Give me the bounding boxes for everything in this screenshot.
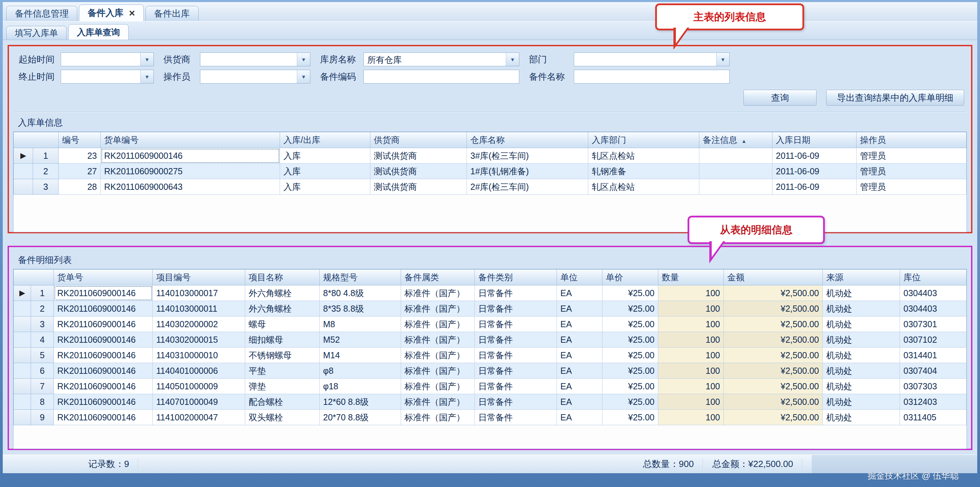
col-header-location[interactable]: 库位 (900, 270, 967, 286)
col-header-note[interactable]: 备注信息▲ (699, 132, 772, 148)
cell-date[interactable]: 2011-06-09 (772, 148, 857, 164)
table-row[interactable]: 9 RK20110609000146 1141002000047 双头螺栓 20… (14, 410, 967, 425)
cell-id[interactable]: 27 (59, 164, 101, 179)
cell-qty[interactable]: 100 (658, 363, 724, 378)
cell-source[interactable]: 机动处 (823, 316, 900, 332)
table-row[interactable]: 3 RK20110609000146 1140302000002 螺母 M8 标… (14, 316, 967, 332)
search-button[interactable]: 查询 (743, 90, 816, 105)
col-header-supplier[interactable]: 供货商 (370, 132, 467, 148)
cell-unit[interactable]: EA (557, 378, 602, 394)
cell-location[interactable]: 0311405 (900, 410, 967, 425)
cell-price[interactable]: ¥25.00 (602, 394, 658, 410)
cell-unit[interactable]: EA (557, 363, 602, 378)
cell-order-no[interactable]: RK20110609000146 (54, 348, 153, 363)
cell-attr[interactable]: 标准件（国产） (401, 363, 475, 378)
cell-supplier[interactable]: 测试供货商 (370, 148, 467, 164)
tab-fill-inbound-form[interactable]: 填写入库单 (6, 26, 67, 40)
cell-price[interactable]: ¥25.00 (602, 332, 658, 348)
end-time-combo[interactable]: ▼ (61, 70, 154, 83)
supplier-combo[interactable]: ▼ (200, 53, 310, 66)
cell-source[interactable]: 机动处 (823, 301, 900, 316)
cell-source[interactable]: 机动处 (823, 394, 900, 410)
col-header-order-no[interactable]: 货单号 (54, 270, 153, 286)
cell-item-code[interactable]: 1140302000002 (153, 316, 245, 332)
col-header-unit[interactable]: 单位 (557, 270, 602, 286)
part-code-input[interactable] (363, 70, 519, 83)
col-header-attr[interactable]: 备件属类 (401, 270, 475, 286)
col-header-category[interactable]: 备件类别 (475, 270, 557, 286)
cell-order-no[interactable]: RK20110609000146 (54, 332, 153, 348)
table-row[interactable]: 6 RK20110609000146 1140401000006 平垫 φ8 标… (14, 363, 967, 378)
table-row[interactable]: 3 28 RK20110609000643 入库 测试供货商 2#库(检三车间)… (14, 179, 967, 195)
tab-parts-inbound[interactable]: 备件入库 × (79, 5, 144, 21)
cell-amount[interactable]: ¥2,500.00 (724, 332, 823, 348)
col-header-order-code[interactable]: 货单编号 (101, 132, 280, 148)
cell-amount[interactable]: ¥2,500.00 (724, 348, 823, 363)
cell-note[interactable] (699, 164, 772, 179)
col-header-date[interactable]: 入库日期 (772, 132, 857, 148)
cell-item-name[interactable]: 双头螺栓 (245, 410, 320, 425)
col-header-spec[interactable]: 规格型号 (320, 270, 401, 286)
cell-qty[interactable]: 100 (658, 410, 724, 425)
cell-spec[interactable]: φ8 (320, 363, 401, 378)
cell-date[interactable]: 2011-06-09 (772, 164, 857, 179)
cell-source[interactable]: 机动处 (823, 363, 900, 378)
table-row[interactable]: 2 27 RK20110609000275 入库 测试供货商 1#库(轧钢准备)… (14, 164, 967, 179)
cell-attr[interactable]: 标准件（国产） (401, 316, 475, 332)
cell-price[interactable]: ¥25.00 (602, 286, 658, 301)
export-details-button[interactable]: 导出查询结果中的入库单明细 (826, 90, 964, 105)
chevron-down-icon[interactable]: ▼ (716, 53, 729, 66)
cell-item-code[interactable]: 1140302000015 (153, 332, 245, 348)
cell-date[interactable]: 2011-06-09 (772, 179, 857, 195)
table-row[interactable]: 4 RK20110609000146 1140302000015 细扣螺母 M5… (14, 332, 967, 348)
table-row[interactable]: 2 RK20110609000146 1140103000011 外六角螺栓 8… (14, 301, 967, 316)
cell-in-out[interactable]: 入库 (280, 148, 370, 164)
cell-price[interactable]: ¥25.00 (602, 378, 658, 394)
cell-spec[interactable]: M14 (320, 348, 401, 363)
cell-item-name[interactable]: 不锈钢螺母 (245, 348, 320, 363)
cell-location[interactable]: 0304403 (900, 286, 967, 301)
cell-item-code[interactable]: 1140103000017 (153, 286, 245, 301)
cell-category[interactable]: 日常备件 (475, 332, 557, 348)
chevron-down-icon[interactable]: ▼ (297, 53, 310, 66)
cell-qty[interactable]: 100 (658, 348, 724, 363)
cell-supplier[interactable]: 测试供货商 (370, 179, 467, 195)
cell-warehouse[interactable]: 3#库(检三车间) (467, 148, 588, 164)
table-row[interactable]: 7 RK20110609000146 1140501000009 弹垫 φ18 … (14, 378, 967, 394)
cell-amount[interactable]: ¥2,500.00 (724, 378, 823, 394)
cell-spec[interactable]: 8*80 4.8级 (320, 286, 401, 301)
cell-operator[interactable]: 管理员 (857, 148, 967, 164)
cell-amount[interactable]: ¥2,500.00 (724, 301, 823, 316)
cell-spec[interactable]: 8*35 8.8级 (320, 301, 401, 316)
cell-order-no[interactable]: RK20110609000146 (54, 301, 153, 316)
cell-item-code[interactable]: 1140103000011 (153, 301, 245, 316)
cell-category[interactable]: 日常备件 (475, 363, 557, 378)
cell-attr[interactable]: 标准件（国产） (401, 410, 475, 425)
cell-warehouse[interactable]: 2#库(检三车间) (467, 179, 588, 195)
table-row[interactable]: 5 RK20110609000146 1140310000010 不锈钢螺母 M… (14, 348, 967, 363)
cell-price[interactable]: ¥25.00 (602, 316, 658, 332)
cell-amount[interactable]: ¥2,500.00 (724, 316, 823, 332)
cell-category[interactable]: 日常备件 (475, 378, 557, 394)
cell-item-code[interactable]: 1140401000006 (153, 363, 245, 378)
table-row[interactable]: ▶ 1 23 RK20110609000146 入库 测试供货商 3#库(检三车… (14, 148, 967, 164)
operator-combo[interactable]: ▼ (200, 70, 310, 83)
cell-order-no[interactable]: RK20110609000146 (54, 394, 153, 410)
cell-item-name[interactable]: 螺母 (245, 316, 320, 332)
cell-order-no[interactable]: RK20110609000146 (54, 286, 153, 301)
cell-order-code[interactable]: RK20110609000146 (101, 148, 280, 164)
cell-unit[interactable]: EA (557, 332, 602, 348)
col-header-price[interactable]: 单价 (602, 270, 658, 286)
cell-location[interactable]: 0304403 (900, 301, 967, 316)
cell-category[interactable]: 日常备件 (475, 316, 557, 332)
close-icon[interactable]: × (129, 8, 135, 18)
col-header-amount[interactable]: 金额 (724, 270, 823, 286)
cell-price[interactable]: ¥25.00 (602, 301, 658, 316)
cell-location[interactable]: 0314401 (900, 348, 967, 363)
cell-id[interactable]: 28 (59, 179, 101, 195)
cell-source[interactable]: 机动处 (823, 348, 900, 363)
cell-qty[interactable]: 100 (658, 332, 724, 348)
part-name-input[interactable] (574, 70, 730, 83)
col-header-operator[interactable]: 操作员 (857, 132, 967, 148)
cell-unit[interactable]: EA (557, 301, 602, 316)
